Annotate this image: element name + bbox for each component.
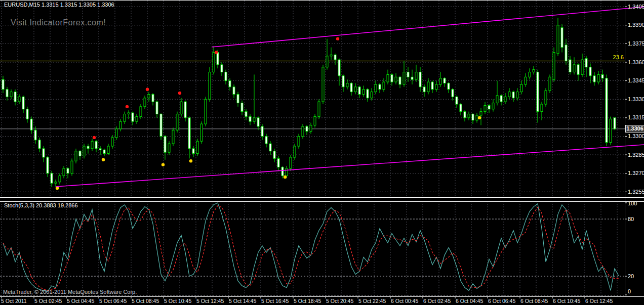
candle-body: [111, 138, 113, 146]
candle-body: [508, 92, 510, 97]
time-axis-label: 5 Oct 02:45: [34, 298, 62, 304]
red-signal-dot: [126, 105, 129, 108]
candle-body: [601, 74, 603, 78]
candle-body: [298, 136, 300, 146]
candle-body: [322, 67, 324, 102]
time-axis-label: 5 Oct 08:45: [132, 298, 159, 304]
candle-body: [593, 76, 595, 82]
candle-body: [107, 146, 109, 154]
candle-body: [346, 83, 348, 86]
candle-body: [488, 105, 490, 109]
candle-body: [221, 65, 223, 72]
candle-body: [529, 72, 531, 77]
candle-body: [427, 82, 429, 92]
candle-body: [338, 60, 340, 76]
candle-body: [395, 77, 397, 82]
candle-body: [589, 67, 591, 76]
candle-body: [237, 94, 239, 103]
candle-body: [59, 176, 61, 182]
candle-body: [95, 141, 97, 149]
candle-body: [67, 168, 69, 173]
candle-body: [597, 74, 599, 82]
trendline-upper-channel[interactable]: [212, 7, 644, 47]
candle-body: [119, 121, 122, 129]
price-axis-label: 1.3345: [628, 77, 644, 83]
candle-body: [407, 72, 409, 77]
candle-body: [75, 151, 77, 161]
time-axis-label: 5 Oct 16:45: [261, 298, 289, 304]
candle-body: [18, 97, 20, 102]
time-axis-label: 5 Oct 04:45: [67, 298, 94, 304]
candle-body: [253, 118, 255, 121]
yellow-signal-dot: [284, 176, 287, 179]
candle-body: [257, 118, 259, 126]
candle-body: [6, 90, 8, 97]
price-axis-label: 1.3360: [628, 59, 644, 65]
candle-body: [47, 157, 49, 173]
chart-canvas[interactable]: [0, 0, 644, 305]
candle-body: [520, 84, 522, 92]
time-axis-label: 5 Oct 20:45: [326, 298, 353, 304]
candle-body: [38, 140, 41, 149]
candle-body: [363, 90, 365, 95]
candle-body: [83, 146, 85, 156]
candle-body: [160, 114, 162, 137]
candle-body: [209, 72, 211, 100]
candle-body: [472, 114, 474, 120]
candle-body: [573, 65, 575, 72]
candle-body: [456, 97, 458, 104]
time-axis-label: 5 Oct 18:45: [294, 298, 321, 304]
red-signal-dot: [336, 37, 339, 40]
candle-body: [245, 112, 247, 117]
candle-body: [281, 167, 284, 176]
candle-body: [403, 72, 405, 84]
candle-body: [537, 72, 539, 112]
candle-body: [176, 114, 178, 130]
time-axis-label: 6 Oct 12:45: [585, 298, 613, 304]
candle-body: [148, 94, 150, 98]
stoch-axis-label: 0: [628, 288, 631, 294]
candle-body: [192, 149, 194, 154]
candle-body: [342, 76, 344, 87]
candle-body: [431, 82, 433, 90]
candle-body: [533, 70, 535, 72]
candle-body: [233, 87, 235, 95]
candle-body: [87, 146, 89, 149]
candle-body: [545, 91, 547, 104]
candle-body: [577, 65, 579, 75]
price-axis-label: 1.3375: [628, 40, 644, 47]
time-axis-label: 5 Oct 06:45: [99, 298, 127, 304]
candle-body: [399, 77, 401, 84]
candle-body: [63, 168, 65, 176]
candle-body: [326, 56, 328, 67]
yellow-signal-dot: [162, 163, 165, 166]
candle-body: [152, 94, 154, 102]
candle-body: [241, 103, 243, 112]
candle-body: [375, 84, 377, 92]
candle-body: [492, 103, 494, 109]
candle-body: [504, 97, 506, 102]
candle-body: [565, 45, 567, 61]
yellow-signal-dot: [478, 116, 481, 119]
candle-body: [2, 79, 4, 90]
stoch-k-line: [3, 203, 619, 291]
candle-body: [435, 84, 437, 90]
candle-body: [184, 102, 186, 118]
candle-body: [290, 157, 292, 168]
time-axis-label: 6 Oct 10:45: [553, 298, 580, 304]
candle-body: [516, 92, 518, 98]
yellow-signal-dot: [189, 159, 192, 162]
candle-body: [128, 113, 130, 114]
time-axis-label: 5 Oct 10:45: [164, 298, 191, 304]
trendline-lower-channel[interactable]: [56, 145, 644, 187]
time-axis-label: 5 Oct 22:45: [358, 298, 386, 304]
stochastic-indicator-label: Stoch(5,3,3) 20.3883 19.2866: [4, 202, 78, 208]
candle-body: [569, 60, 571, 72]
candle-body: [496, 96, 498, 103]
symbol-quote-overlay: EURUSD,M15 1.3315 1.3315 1.3305 1.3306: [4, 2, 114, 8]
candle-body: [265, 136, 267, 144]
price-axis-label: 1.3285: [628, 152, 644, 158]
candle-body: [310, 125, 312, 131]
candle-body: [213, 52, 215, 72]
candle-body: [549, 77, 551, 91]
